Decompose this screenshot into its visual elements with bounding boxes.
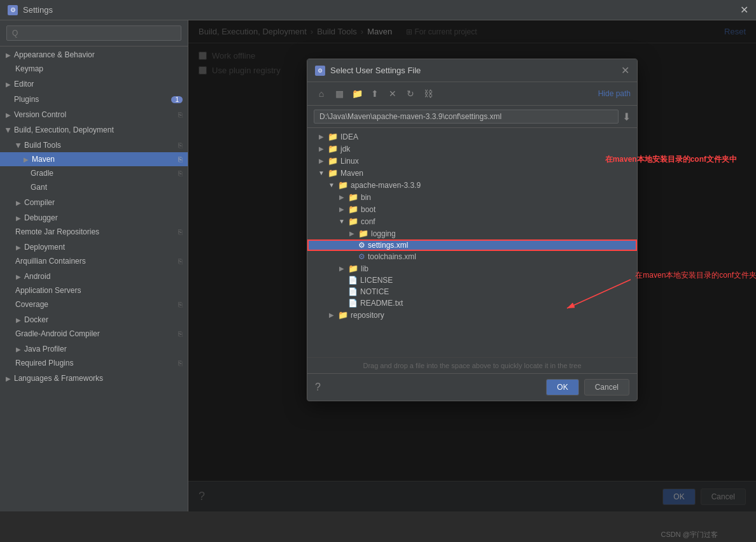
copy-icon: ⎘ (178, 141, 183, 149)
tree-item-conf[interactable]: ▼ 📁 conf (307, 215, 637, 227)
sidebar-item-app-servers[interactable]: Application Servers (0, 283, 188, 297)
path-input[interactable] (314, 110, 619, 124)
tree-item-boot[interactable]: ▶ 📁 boot (307, 203, 637, 215)
dialog-help-button[interactable]: ? (315, 382, 321, 393)
sidebar-item-label: Coverage (15, 300, 48, 309)
sidebar-item-label: Version Control (14, 110, 66, 119)
sidebar-item-required-plugins[interactable]: Required Plugins ⎘ (0, 356, 188, 370)
tree-item-maven[interactable]: ▼ 📁 Maven (307, 167, 637, 179)
copy-icon: ⎘ (178, 155, 183, 163)
sidebar-item-label: Maven (32, 155, 55, 164)
tree-item-lib[interactable]: ▶ 📁 lib (307, 262, 637, 275)
sidebar-item-version-control[interactable]: ▶ Version Control ⎘ (0, 106, 188, 122)
tree-item-settings-xml[interactable]: ▶ ⚙ settings.xml (307, 239, 637, 251)
tree-item-readme[interactable]: ▶ 📄 README.txt (307, 297, 637, 309)
dialog-close-button[interactable]: ✕ (621, 64, 629, 76)
sidebar-item-keymap[interactable]: Keymap (0, 62, 188, 76)
dialog-ok-button[interactable]: OK (546, 379, 578, 396)
tree-item-notice[interactable]: ▶ 📄 NOTICE (307, 286, 637, 297)
sidebar-item-label: Languages & Frameworks (14, 374, 103, 383)
new-folder-button[interactable]: 📁 (349, 86, 365, 101)
sidebar-item-label: Gradle (31, 169, 53, 178)
sidebar-item-build-tools[interactable]: ▶ Build Tools ⎘ (0, 137, 188, 152)
tree-item-linux[interactable]: ▶ 📁 Linux (307, 155, 637, 167)
sidebar-item-label: Plugins (14, 95, 39, 104)
tree-item-repository[interactable]: ▶ 📁 repository (307, 309, 637, 321)
window-close-button[interactable]: ✕ (740, 4, 748, 16)
tree-arrow-icon: ▶ (318, 145, 325, 152)
arrow-icon: ▶ (5, 127, 12, 133)
sidebar-item-label: Debugger (24, 213, 58, 222)
delete-button[interactable]: ✕ (385, 86, 400, 101)
sidebar-item-plugins[interactable]: Plugins 1 (0, 91, 188, 106)
folder-icon: 📁 (328, 168, 338, 178)
arrow-icon: ▶ (15, 346, 22, 353)
tree-item-toolchains-xml[interactable]: ▶ ⚙ toolchains.xml (307, 251, 637, 262)
search-input[interactable] (6, 25, 181, 41)
sidebar-item-gant[interactable]: Gant (0, 180, 188, 194)
tree-arrow-icon: ▶ (348, 230, 356, 237)
window-title: Settings (23, 5, 53, 15)
sidebar-item-compiler[interactable]: ▶ Compiler (0, 194, 188, 210)
arrow-icon: ▶ (5, 375, 11, 382)
tree-item-logging[interactable]: ▶ 📁 logging (307, 227, 637, 239)
sidebar-item-label: Remote Jar Repositories (15, 227, 99, 236)
sidebar-item-coverage[interactable]: Coverage ⎘ (0, 297, 188, 311)
sidebar-item-arquillian[interactable]: Arquillian Containers ⎘ (0, 254, 188, 268)
tree-item-label: toolchains.xml (368, 252, 416, 261)
tree-item-label: jdk (340, 145, 350, 153)
sidebar-item-label: Keymap (15, 64, 43, 73)
tree-item-label: settings.xml (368, 241, 408, 250)
arrow-icon: ▶ (15, 273, 22, 280)
dialog-title: Select User Settings File (330, 66, 616, 75)
main-layout: ▶ Appearance & Behavior Keymap ▶ Editor … (0, 20, 756, 511)
file-icon: 📄 (348, 287, 358, 296)
sidebar-item-appearance[interactable]: ▶ Appearance & Behavior (0, 46, 188, 62)
sidebar-item-maven[interactable]: ▶ Maven ⎘ (0, 152, 188, 166)
dialog-overlay: ⚙ Select User Settings File ✕ ⌂ ▦ 📁 ⬆ ✕ … (188, 20, 756, 511)
sidebar-item-label: Arquillian Containers (15, 257, 86, 266)
tree-item-jdk[interactable]: ▶ 📁 jdk (307, 143, 637, 155)
search-box (0, 20, 188, 46)
tree-item-bin[interactable]: ▶ 📁 bin (307, 191, 637, 203)
app-icon: ⚙ (8, 5, 18, 15)
download-icon[interactable]: ⬇ (622, 111, 631, 123)
folder-icon: 📁 (338, 310, 348, 320)
sidebar-item-android[interactable]: ▶ Android (0, 268, 188, 283)
select-file-dialog: ⚙ Select User Settings File ✕ ⌂ ▦ 📁 ⬆ ✕ … (307, 59, 638, 401)
file-icon: 📄 (348, 299, 358, 308)
home-button[interactable]: ⌂ (314, 86, 329, 101)
refresh-button[interactable]: ↻ (403, 86, 418, 101)
copy-icon: ⎘ (178, 257, 183, 265)
copy-icon: ⎘ (178, 359, 183, 367)
dialog-cancel-button[interactable]: Cancel (584, 379, 629, 396)
tree-arrow-icon: ▶ (338, 206, 346, 213)
link-button[interactable]: ⛓ (421, 86, 436, 101)
tree-item-label: boot (361, 205, 375, 214)
title-bar-left: ⚙ Settings (8, 5, 53, 15)
tree-arrow-icon: ▶ (328, 311, 335, 318)
hide-path-button[interactable]: Hide path (598, 89, 631, 98)
desktop-button[interactable]: ▦ (332, 86, 347, 101)
sidebar-item-deployment[interactable]: ▶ Deployment (0, 239, 188, 254)
folder-icon: 📁 (338, 180, 348, 190)
folder-up-button[interactable]: ⬆ (367, 86, 382, 101)
tree-item-label: IDEA (340, 132, 358, 141)
sidebar-item-debugger[interactable]: ▶ Debugger (0, 210, 188, 225)
arrow-icon: ▶ (15, 199, 22, 206)
tree-item-license[interactable]: ▶ 📄 LICENSE (307, 275, 637, 286)
tree-item-apache-maven[interactable]: ▼ 📁 apache-maven-3.3.9 (307, 179, 637, 191)
dialog-buttons: ? OK Cancel (307, 373, 637, 401)
sidebar-item-java-profiler[interactable]: ▶ Java Profiler (0, 341, 188, 356)
sidebar-item-docker[interactable]: ▶ Docker (0, 311, 188, 327)
sidebar-item-gradle-android[interactable]: Gradle-Android Compiler ⎘ (0, 327, 188, 341)
sidebar-item-label: Docker (24, 315, 48, 324)
arrow-icon: ▶ (23, 156, 29, 163)
sidebar-item-languages[interactable]: ▶ Languages & Frameworks (0, 370, 188, 385)
tree-item-label: logging (371, 229, 396, 238)
sidebar-item-build-exec[interactable]: ▶ Build, Execution, Deployment (0, 122, 188, 137)
sidebar-item-remote-jar[interactable]: Remote Jar Repositories ⎘ (0, 225, 188, 239)
tree-item-idea[interactable]: ▶ 📁 IDEA (307, 131, 637, 143)
sidebar-item-editor[interactable]: ▶ Editor (0, 76, 188, 91)
sidebar-item-gradle[interactable]: Gradle ⎘ (0, 166, 188, 180)
